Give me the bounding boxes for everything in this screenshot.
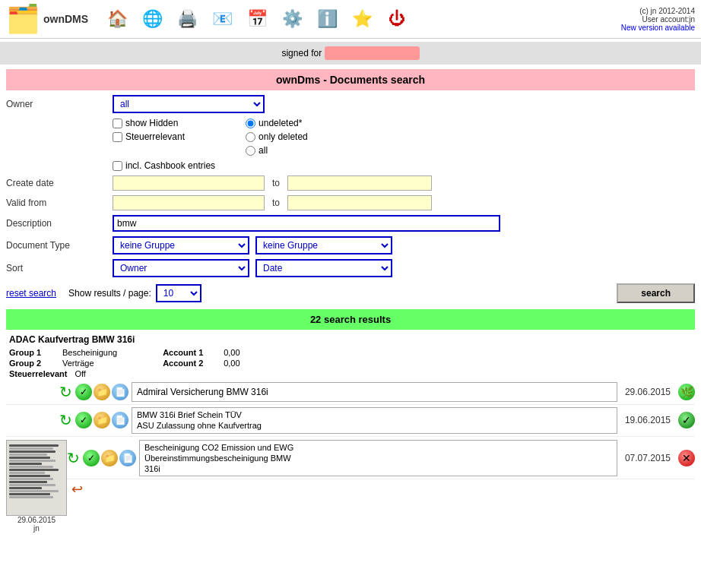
show-hidden-item: show Hidden [113,118,185,128]
account2-row: Account 2 0,00 [163,359,239,368]
action-row: reset search Show results / page: 10 20 … [6,283,695,303]
refresh-icon-1[interactable]: ↻ [59,383,72,401]
all-radio[interactable] [246,146,255,156]
account1-row: Account 1 0,00 [163,348,239,357]
top-right-info: (c) jn 2012-2014 User account:jn New ver… [621,7,695,32]
calendar-icon[interactable]: 📅 [243,5,271,33]
page-icon-3[interactable]: 📄 [119,450,136,466]
steuerrelevant-checkbox[interactable] [113,132,122,142]
page-title: ownDms - Documents search [6,69,695,90]
sort-right-select[interactable]: Date Owner Description [255,259,392,277]
owner-select[interactable]: all jn other [113,95,265,113]
green-check-icon-2[interactable]: ✓ [75,412,92,428]
power-icon[interactable]: ⏻ [383,5,411,33]
valid-from-to-input[interactable] [287,195,432,210]
account2-value: 0,00 [224,359,239,368]
globe-icon[interactable]: 🌐 [138,5,166,33]
sort-left-select[interactable]: Owner Date Description [113,259,249,277]
info-icon[interactable]: ℹ️ [313,5,341,33]
sort-label: Sort [6,263,113,273]
group2-row: Group 2 Verträge [9,359,117,368]
account1-value: 0,00 [224,348,239,357]
copyright-text: (c) jn 2012-2014 [639,7,695,15]
group2-label: Group 2 [9,359,55,368]
steuerrelevant-meta-label: Steuerrelevant [9,369,67,378]
delete-radio-group: undeleted* only deleted all [246,118,308,156]
group1-row: Group 1 Bescheinigung [9,348,117,357]
search-form: Owner all jn other show Hidden Steuerrel… [6,95,695,277]
nav-icons: 🏠 🌐 🖨️ 📧 📅 ⚙️ ℹ️ ⭐ ⏻ [103,5,621,33]
description-input[interactable]: bmw [113,215,500,232]
account1-label: Account 1 [163,348,216,357]
email-icon[interactable]: 📧 [208,5,236,33]
star-icon[interactable]: ⭐ [348,5,376,33]
doc-type-label: Document Type [6,240,113,251]
action-icons-2: ✓ 📁 📄 [75,412,128,428]
valid-from-from-input[interactable] [113,195,265,210]
results-header: 22 search results [6,309,695,330]
folder-icon-1[interactable]: 📁 [94,384,110,400]
doc-meta: Group 1 Bescheinigung Group 2 Verträge S… [6,346,695,380]
only-deleted-radio-item: only deleted [246,131,308,142]
only-deleted-radio[interactable] [246,132,255,142]
doc-thumbnail[interactable] [6,440,67,516]
create-date-to-input[interactable] [287,175,432,191]
signed-bar: signed for ██████████ [0,42,701,65]
doc-date-3: 07.07.2015 [620,453,675,463]
undeleted-label: undeleted* [259,118,302,128]
page-icon-2[interactable]: 📄 [112,412,128,428]
owner-controls: all jn other [113,95,695,113]
owner-label: Owner [6,99,113,109]
cashbook-item: incl. Cashbook entries [113,160,215,171]
scanner-icon[interactable]: 🖨️ [173,5,201,33]
doc-right-icon-1[interactable]: 🌿 [678,384,695,400]
orange-arrow-icon[interactable]: ↩ [67,481,87,498]
all-radio-item: all [246,145,308,156]
show-hidden-checkbox[interactable] [113,119,122,128]
green-check-icon-1[interactable]: ✓ [75,384,92,400]
doc-row-2: ↻ ✓ 📁 📄 BMW 316i Brief Schein TÜV ASU Zu… [6,405,695,437]
reset-search-link[interactable]: reset search [6,288,56,299]
new-version-link[interactable]: New version available [621,24,695,32]
thumbnail-date: 29.06.2015 [17,516,56,524]
user-account-text: User account:jn [642,15,695,24]
search-button[interactable]: search [617,283,695,303]
action-icons-1: ✓ 📁 📄 [75,384,128,400]
doc-right-icon-3[interactable]: ✕ [678,450,695,466]
valid-from-to-label: to [272,198,280,208]
show-results-select[interactable]: 10 20 50 100 [156,284,201,302]
undeleted-radio[interactable] [246,119,255,128]
logo-text: ownDMS [43,13,88,25]
description-row: Description bmw [6,215,695,232]
group1-label: Group 1 [9,348,55,357]
doc-right-icon-2[interactable]: ✓ [678,412,695,428]
signed-name-blurred: ██████████ [325,46,420,60]
show-results-label: Show results / page: [68,288,151,299]
doc-type-right-select[interactable]: keine Gruppe Verträge Bescheinigung [255,236,392,254]
green-check-icon-3[interactable]: ✓ [83,450,100,466]
all-radio-label: all [259,145,268,156]
doc-row-1: ↻ ✓ 📁 📄 Admiral Versicherung BMW 316i 29… [6,380,695,405]
home-icon[interactable]: 🏠 [103,5,131,33]
page-icon-1[interactable]: 📄 [112,384,128,400]
doc-title-3: Bescheinigung CO2 Emission und EWG Übere… [139,440,617,477]
create-date-row: Create date to [6,175,695,191]
thumbnail-area: 29.06.2015 jn [6,440,67,533]
valid-from-label: Valid from [6,198,113,208]
folder-icon-2[interactable]: 📁 [94,412,110,428]
steuerrelevant-label: Steuerrelevant [125,131,185,142]
cashbook-checkbox[interactable] [113,161,122,171]
steuerrelevant-meta-value: Off [75,369,85,378]
group2-value: Verträge [62,359,94,368]
action-icons-3: ✓ 📁 📄 [83,450,136,466]
checkbox-group: show Hidden Steuerrelevant [113,118,185,142]
undeleted-radio-item: undeleted* [246,118,308,128]
folder-icon-3[interactable]: 📁 [101,450,118,466]
thumbnail-user: jn [33,524,40,533]
doc-type-left-select[interactable]: keine Gruppe Verträge Bescheinigung [113,236,249,254]
refresh-icon-3[interactable]: ↻ [67,449,80,467]
create-date-from-input[interactable] [113,175,265,191]
settings-icon[interactable]: ⚙️ [278,5,306,33]
refresh-icon-2[interactable]: ↻ [59,411,72,429]
create-date-label: Create date [6,178,113,188]
